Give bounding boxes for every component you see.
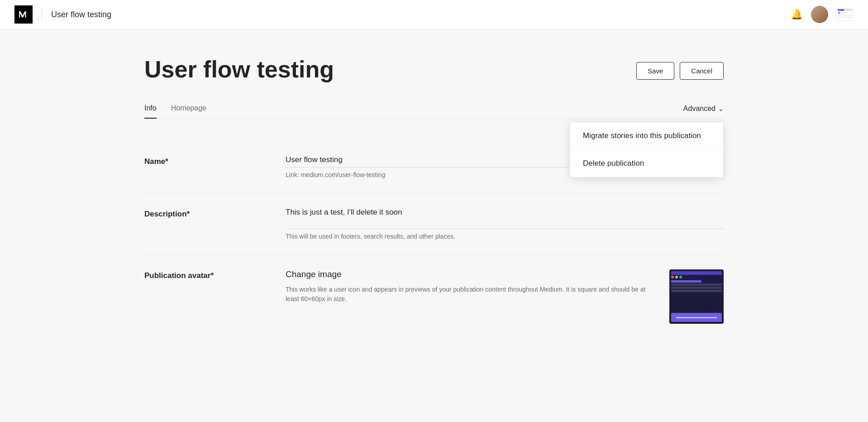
avatar-preview-inner bbox=[669, 269, 724, 324]
header-pub-title: User flow testing bbox=[51, 10, 111, 19]
description-field-area: This will be used in footers, search res… bbox=[286, 208, 724, 240]
thumb-line-2 bbox=[838, 17, 852, 18]
description-row: Description* This will be used in footer… bbox=[144, 193, 724, 255]
settings-thumbnail[interactable] bbox=[836, 8, 854, 21]
tab-homepage[interactable]: Homepage bbox=[171, 104, 206, 119]
preview-block-1 bbox=[671, 283, 722, 286]
preview-dots-row bbox=[671, 276, 722, 278]
avatar-label: Publication avatar* bbox=[144, 269, 271, 280]
avatar-content: Change image This works like a user icon… bbox=[286, 269, 655, 304]
advanced-label: Advanced bbox=[683, 105, 715, 113]
description-label: Description* bbox=[144, 208, 271, 219]
name-label: Name* bbox=[144, 155, 271, 166]
description-input[interactable] bbox=[286, 208, 724, 229]
thumb-line bbox=[838, 14, 852, 16]
thumb-bar-gray bbox=[845, 9, 852, 11]
avatar-image bbox=[811, 6, 828, 23]
dropdown-menu: Migrate stories into this publication De… bbox=[570, 122, 724, 177]
preview-bottom-bar bbox=[676, 317, 717, 318]
delete-publication-item[interactable]: Delete publication bbox=[570, 150, 723, 177]
change-image-link[interactable]: Change image bbox=[286, 269, 655, 279]
cancel-button[interactable]: Cancel bbox=[680, 62, 724, 80]
header: User flow testing 🔔 bbox=[0, 0, 868, 29]
avatar-desc: This works like a user icon and appears … bbox=[286, 285, 655, 304]
chevron-down-icon: ⌄ bbox=[718, 105, 724, 112]
preview-content-blocks bbox=[671, 280, 722, 292]
tab-info[interactable]: Info bbox=[144, 104, 157, 119]
preview-dot-green bbox=[679, 276, 682, 278]
avatar-row: Publication avatar* Change image This wo… bbox=[144, 255, 724, 338]
thumb-dot-3 bbox=[844, 12, 845, 14]
page-header: User flow testing Save Cancel bbox=[144, 57, 724, 82]
description-hint: This will be used in footers, search res… bbox=[286, 233, 724, 240]
advanced-button[interactable]: Advanced ⌄ bbox=[683, 105, 724, 118]
preview-dot-red bbox=[671, 276, 674, 278]
thumb-dot-2 bbox=[841, 12, 843, 14]
avatar-preview bbox=[669, 269, 724, 324]
preview-dot-yellow bbox=[675, 276, 678, 278]
main-content: User flow testing Save Cancel Info Homep… bbox=[108, 29, 760, 393]
preview-block-2 bbox=[671, 287, 722, 289]
thumb-dots-row bbox=[837, 11, 853, 14]
header-divider bbox=[42, 8, 42, 21]
medium-logo[interactable] bbox=[14, 5, 33, 24]
avatar[interactable] bbox=[811, 6, 828, 23]
thumb-dot-1 bbox=[838, 12, 840, 14]
advanced-wrapper: Advanced ⌄ Migrate stories into this pub… bbox=[683, 105, 724, 118]
page-actions: Save Cancel bbox=[636, 57, 724, 80]
thumb-bar-purple bbox=[838, 9, 844, 11]
save-button[interactable]: Save bbox=[636, 62, 674, 80]
bell-icon[interactable]: 🔔 bbox=[791, 9, 803, 20]
page-title: User flow testing bbox=[144, 57, 334, 82]
preview-block-accent bbox=[671, 280, 701, 283]
migrate-stories-item[interactable]: Migrate stories into this publication bbox=[570, 122, 723, 150]
tabs-row: Info Homepage Advanced ⌄ Migrate stories… bbox=[144, 104, 724, 119]
header-left: User flow testing bbox=[14, 5, 111, 24]
tabs-left: Info Homepage bbox=[144, 104, 206, 119]
preview-bottom bbox=[671, 313, 722, 322]
preview-bar-top bbox=[671, 271, 722, 275]
preview-block-3 bbox=[671, 290, 722, 292]
header-right: 🔔 bbox=[791, 6, 854, 23]
